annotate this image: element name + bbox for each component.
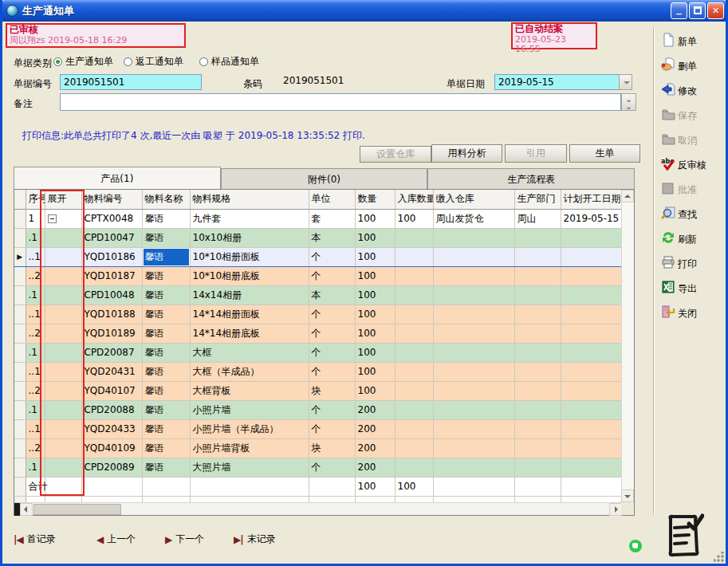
warehouse-cell[interactable] <box>433 419 514 438</box>
qty-cell[interactable]: 100 <box>355 228 395 247</box>
seq-cell[interactable]: .1 <box>26 343 45 362</box>
table-row[interactable]: ..2YQD40109馨语小照片墙背板块200 <box>14 438 621 458</box>
qty-cell[interactable]: 100 <box>355 247 395 266</box>
material-code-cell[interactable]: CPD20088 <box>81 400 142 419</box>
expand-cell[interactable] <box>45 419 81 438</box>
qty-cell[interactable]: 200 <box>355 458 395 477</box>
material-code-cell[interactable]: YQD20433 <box>81 419 142 438</box>
sidebar-button-11[interactable]: 导出 <box>661 280 697 297</box>
material-spec-cell[interactable]: 14*14相册底板 <box>190 324 309 343</box>
row-marker-cell[interactable] <box>14 324 26 343</box>
table-row[interactable]: ▶..1YQD10186馨语10*10相册面板个100 <box>14 247 621 266</box>
total-in-qty-cell[interactable]: 100 <box>395 477 433 496</box>
material-code-cell[interactable]: YQD10186 <box>81 247 142 266</box>
dept-cell[interactable] <box>514 458 561 477</box>
material-code-cell[interactable]: CPD20087 <box>81 343 142 362</box>
expand-cell[interactable] <box>45 477 81 496</box>
start-date-cell[interactable] <box>561 458 621 477</box>
row-marker-cell[interactable] <box>14 438 26 458</box>
expand-cell[interactable] <box>45 381 81 400</box>
row-marker-cell[interactable] <box>14 305 26 324</box>
unit-cell[interactable]: 本 <box>309 228 355 247</box>
remark-expand-button[interactable]: ⌄⌄ <box>621 93 636 111</box>
material-name-cell[interactable]: 馨语 <box>142 458 190 477</box>
in-qty-cell[interactable] <box>395 400 433 419</box>
material-name-cell[interactable]: 馨语 <box>142 209 190 228</box>
start-date-cell[interactable] <box>561 324 621 343</box>
dept-cell[interactable] <box>514 381 561 400</box>
seq-cell[interactable]: ..1 <box>26 305 45 324</box>
start-date-cell[interactable] <box>561 419 621 438</box>
warehouse-cell[interactable]: 周山发货仓 <box>433 209 514 228</box>
material-spec-cell[interactable] <box>190 477 309 496</box>
start-date-cell[interactable] <box>561 400 621 419</box>
dept-cell[interactable] <box>514 438 561 458</box>
seq-cell[interactable]: .1 <box>26 228 45 247</box>
material-code-cell[interactable]: CPD10047 <box>81 228 142 247</box>
dept-cell[interactable]: 周山 <box>514 209 561 228</box>
start-date-cell[interactable] <box>561 343 621 362</box>
scroll-down-icon[interactable] <box>621 489 634 502</box>
start-date-cell[interactable] <box>561 305 621 324</box>
table-row[interactable]: .1CPD10047馨语10x10相册本100 <box>14 228 621 247</box>
expand-cell[interactable] <box>45 209 81 228</box>
total-qty-cell[interactable]: 100 <box>355 477 395 496</box>
material-name-cell[interactable] <box>142 477 190 496</box>
material-name-cell[interactable]: 馨语 <box>142 438 190 458</box>
row-marker-cell[interactable] <box>14 209 26 228</box>
scroll-right-icon[interactable] <box>609 503 622 516</box>
expand-cell[interactable] <box>45 228 81 247</box>
dept-cell[interactable] <box>514 419 561 438</box>
seq-cell[interactable]: ..1 <box>26 419 45 438</box>
material-spec-cell[interactable]: 14*14相册面板 <box>190 305 309 324</box>
unit-cell[interactable]: 个 <box>309 362 355 381</box>
table-row[interactable]: ..1YQD10188馨语14*14相册面板个100 <box>14 305 621 324</box>
doc-date-input[interactable]: 2019-05-15 <box>494 74 632 90</box>
material-name-cell[interactable]: 馨语 <box>142 247 190 266</box>
expand-cell[interactable] <box>45 362 81 381</box>
warehouse-cell[interactable] <box>433 362 514 381</box>
sidebar-button-6[interactable]: abc反审核 <box>661 156 706 174</box>
dept-cell[interactable] <box>514 400 561 419</box>
expand-cell[interactable] <box>45 400 81 419</box>
table-row[interactable]: .1CPD10048馨语14x14相册本100 <box>14 285 621 305</box>
seq-cell[interactable]: ..2 <box>26 381 45 400</box>
qty-cell[interactable]: 100 <box>355 362 395 381</box>
table-row[interactable]: .1CPD20087馨语大框个100 <box>14 343 621 362</box>
in-qty-cell[interactable] <box>395 343 433 362</box>
warehouse-cell[interactable] <box>433 247 514 266</box>
dept-cell[interactable] <box>514 362 561 381</box>
material-spec-cell[interactable]: 10*10相册面板 <box>190 247 309 266</box>
vertical-scrollbar[interactable] <box>621 190 634 503</box>
sidebar-button-9[interactable]: 刷新 <box>661 230 697 248</box>
seq-cell[interactable]: ..2 <box>26 438 45 458</box>
unit-cell[interactable]: 块 <box>309 438 355 458</box>
unit-cell[interactable]: 个 <box>309 419 355 438</box>
table-row[interactable]: ..1YQD20433馨语小照片墙（半成品）个200 <box>14 419 621 438</box>
seq-cell[interactable]: .1 <box>26 285 45 305</box>
row-marker-cell[interactable] <box>14 477 26 496</box>
warehouse-cell[interactable] <box>433 343 514 362</box>
table-row[interactable]: ..2YQD10189馨语14*14相册底板个100 <box>14 324 621 343</box>
unit-cell[interactable]: 个 <box>309 247 355 266</box>
material-code-cell[interactable]: YQD10187 <box>81 266 142 285</box>
sidebar-button-10[interactable]: 打印 <box>661 255 697 273</box>
unit-cell[interactable]: 块 <box>309 381 355 400</box>
row-marker-cell[interactable] <box>14 228 26 247</box>
collapse-icon[interactable] <box>48 214 57 223</box>
expand-cell[interactable] <box>45 324 81 343</box>
expand-cell[interactable] <box>45 285 81 305</box>
dept-cell[interactable] <box>514 305 561 324</box>
material-code-cell[interactable]: YQD10189 <box>81 324 142 343</box>
expand-cell[interactable] <box>45 343 81 362</box>
nav-prev-record[interactable]: ◀上一个 <box>96 533 136 546</box>
horizontal-scrollbar[interactable] <box>14 502 623 515</box>
minimize-button[interactable]: _ <box>671 2 687 19</box>
qty-cell[interactable]: 200 <box>355 438 395 458</box>
table-row[interactable]: ..2YQD10187馨语10*10相册底板个100 <box>14 266 621 285</box>
material-name-cell[interactable]: 馨语 <box>142 285 190 305</box>
in-qty-cell[interactable] <box>395 324 433 343</box>
in-qty-cell[interactable] <box>395 305 433 324</box>
in-qty-cell[interactable] <box>395 285 433 305</box>
table-row[interactable]: .1CPD20088馨语小照片墙个200 <box>14 400 621 419</box>
